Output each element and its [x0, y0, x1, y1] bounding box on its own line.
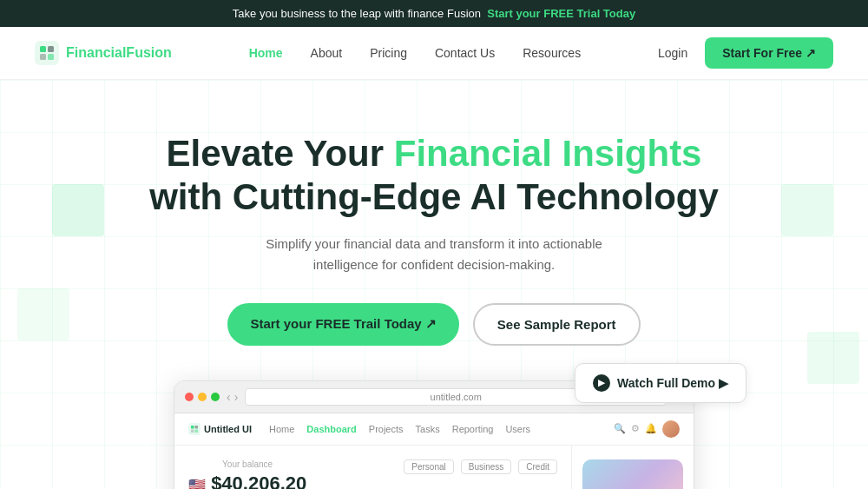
dot-red — [185, 393, 194, 401]
play-icon: ▶ — [593, 374, 610, 392]
nav-links: Home About Pricing Contact Us Resources — [249, 45, 581, 61]
app-nav-home[interactable]: Home — [269, 424, 294, 434]
browser-nav-icons: ‹ › — [227, 390, 238, 404]
svg-rect-9 — [195, 429, 199, 433]
svg-rect-3 — [40, 54, 46, 60]
hero-heading: Elevate Your Financial Insights with Cut… — [17, 132, 851, 220]
svg-rect-6 — [191, 426, 194, 429]
logo: FinancialFusion — [35, 41, 172, 65]
dashboard-right-panel: Olivia Rhye Premium olivia@untitledui.co… — [572, 446, 694, 489]
nav-home[interactable]: Home — [249, 46, 283, 60]
tab-credit[interactable]: Credit — [518, 459, 557, 474]
nav-actions: Login Start For Free ↗ — [658, 37, 833, 69]
browser-back-icon: ‹ — [227, 390, 231, 404]
navbar: FinancialFusion Home About Pricing Conta… — [0, 27, 868, 80]
svg-rect-7 — [195, 426, 199, 429]
logo-wordmark: FinancialFusion — [66, 45, 172, 61]
app-logo-icon — [188, 423, 201, 435]
hero-section: Elevate Your Financial Insights with Cut… — [0, 80, 868, 489]
balance-tabs: Personal Business Credit — [404, 459, 557, 474]
dashboard-body: Your balance 🇺🇸 $40,206.20 Personal Busi… — [174, 446, 694, 489]
banner-text: Take you business to the leap with finan… — [233, 7, 481, 20]
logo-icon — [35, 41, 59, 65]
app-logo-small: Untitled UI — [188, 423, 252, 435]
browser-dots — [185, 393, 220, 401]
dot-green — [211, 393, 220, 401]
search-icon[interactable]: 🔍 — [614, 423, 626, 434]
svg-rect-2 — [48, 46, 54, 52]
tab-personal[interactable]: Personal — [404, 459, 453, 474]
nav-about[interactable]: About — [311, 46, 343, 60]
app-nav-dashboard[interactable]: Dashboard — [306, 424, 356, 434]
browser-forward-icon: › — [234, 390, 239, 404]
dot-yellow — [198, 393, 207, 401]
cta-primary-button[interactable]: Start your FREE Trail Today ↗ — [227, 303, 458, 346]
demo-wrapper: ▶ Watch Full Demo ▶ ‹ › untitled.com — [174, 380, 694, 489]
nav-contact[interactable]: Contact Us — [435, 46, 495, 60]
hero-content: Elevate Your Financial Insights with Cut… — [17, 132, 851, 489]
cta-secondary-button[interactable]: See Sample Report — [473, 303, 641, 346]
settings-icon[interactable]: ⚙ — [631, 423, 640, 434]
banner-highlight[interactable]: Start your FREE Trial Today — [487, 7, 635, 20]
hero-subtitle: Simplify your financial data and transfo… — [252, 234, 616, 275]
hero-buttons: Start your FREE Trail Today ↗ See Sample… — [17, 303, 851, 346]
app-nav-reporting[interactable]: Reporting — [452, 424, 494, 434]
user-avatar-small[interactable] — [662, 420, 680, 438]
svg-rect-8 — [191, 429, 194, 433]
svg-rect-0 — [35, 41, 59, 65]
app-nav-tasks[interactable]: Tasks — [416, 424, 440, 434]
app-topbar-icons: 🔍 ⚙ 🔔 — [614, 420, 680, 438]
gradient-card-visual — [582, 459, 683, 489]
dashboard-left-panel: Your balance 🇺🇸 $40,206.20 Personal Busi… — [174, 446, 572, 489]
app-bar: Untitled UI Home Dashboard Projects Task… — [174, 413, 694, 446]
nav-resources[interactable]: Resources — [523, 46, 581, 60]
tab-business[interactable]: Business — [461, 459, 512, 474]
watch-demo-button[interactable]: ▶ Watch Full Demo ▶ — [575, 363, 746, 403]
app-nav-projects[interactable]: Projects — [369, 424, 404, 434]
nav-pricing[interactable]: Pricing — [370, 46, 407, 60]
top-banner: Take you business to the leap with finan… — [0, 0, 868, 27]
svg-rect-5 — [188, 423, 201, 435]
start-free-button[interactable]: Start For Free ↗ — [705, 37, 833, 69]
balance-amount: 🇺🇸 $40,206.20 — [188, 472, 306, 489]
balance-label: Your balance — [188, 459, 306, 469]
app-nav: Home Dashboard Projects Tasks Reporting … — [269, 424, 530, 434]
app-nav-users[interactable]: Users — [505, 424, 530, 434]
bell-icon[interactable]: 🔔 — [645, 423, 657, 434]
svg-rect-4 — [48, 54, 54, 60]
svg-rect-1 — [40, 46, 46, 52]
login-button[interactable]: Login — [658, 46, 687, 60]
